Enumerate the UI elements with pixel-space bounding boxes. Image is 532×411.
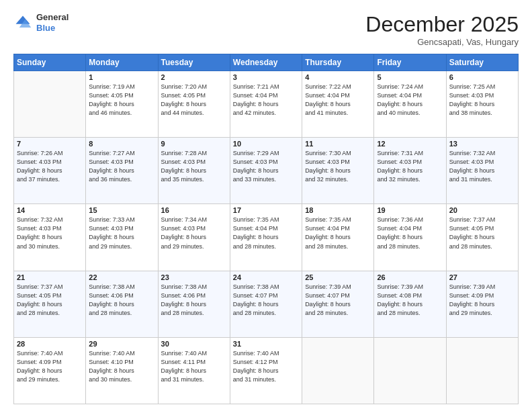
calendar-week-1: 1Sunrise: 7:19 AM Sunset: 4:05 PM Daylig… [14,71,519,138]
day-info: Sunrise: 7:40 AM Sunset: 4:12 PM Dayligh… [233,349,299,384]
logo: General Blue [13,12,69,33]
table-row: 16Sunrise: 7:34 AM Sunset: 4:03 PM Dayli… [158,204,230,271]
day-info: Sunrise: 7:39 AM Sunset: 4:09 PM Dayligh… [449,283,515,318]
day-number: 7 [17,140,83,148]
calendar-week-3: 14Sunrise: 7:32 AM Sunset: 4:03 PM Dayli… [14,204,519,271]
title-block: December 2025 Gencsapati, Vas, Hungary [365,12,519,47]
col-saturday: Saturday [446,54,518,71]
day-number: 2 [161,73,227,81]
day-number: 18 [305,206,371,214]
table-row: 21Sunrise: 7:37 AM Sunset: 4:05 PM Dayli… [14,271,86,337]
col-wednesday: Wednesday [230,54,302,71]
day-info: Sunrise: 7:30 AM Sunset: 4:03 PM Dayligh… [305,149,371,184]
col-friday: Friday [374,54,446,71]
day-info: Sunrise: 7:28 AM Sunset: 4:03 PM Dayligh… [161,149,227,184]
day-number: 29 [89,340,154,348]
table-row: 14Sunrise: 7:32 AM Sunset: 4:03 PM Dayli… [14,204,86,271]
day-number: 20 [449,206,515,214]
logo-icon [13,13,32,32]
table-row: 20Sunrise: 7:37 AM Sunset: 4:05 PM Dayli… [446,204,518,271]
table-row: 31Sunrise: 7:40 AM Sunset: 4:12 PM Dayli… [230,337,302,404]
day-info: Sunrise: 7:36 AM Sunset: 4:04 PM Dayligh… [377,216,443,250]
col-monday: Monday [86,54,158,71]
location-subtitle: Gencsapati, Vas, Hungary [365,37,519,47]
day-info: Sunrise: 7:37 AM Sunset: 4:05 PM Dayligh… [449,216,515,250]
table-row [302,337,374,404]
table-row [374,337,446,404]
table-row: 19Sunrise: 7:36 AM Sunset: 4:04 PM Dayli… [374,204,446,271]
table-row: 26Sunrise: 7:39 AM Sunset: 4:08 PM Dayli… [374,271,446,337]
day-info: Sunrise: 7:38 AM Sunset: 4:06 PM Dayligh… [161,283,227,318]
day-info: Sunrise: 7:39 AM Sunset: 4:07 PM Dayligh… [305,283,371,318]
day-info: Sunrise: 7:32 AM Sunset: 4:03 PM Dayligh… [449,149,515,184]
day-info: Sunrise: 7:38 AM Sunset: 4:06 PM Dayligh… [89,283,154,318]
day-number: 12 [377,140,443,148]
table-row: 12Sunrise: 7:31 AM Sunset: 4:03 PM Dayli… [374,138,446,204]
day-info: Sunrise: 7:31 AM Sunset: 4:03 PM Dayligh… [377,149,443,184]
day-number: 19 [377,206,443,214]
day-number: 30 [161,340,227,348]
table-row: 8Sunrise: 7:27 AM Sunset: 4:03 PM Daylig… [86,138,158,204]
col-thursday: Thursday [302,54,374,71]
page: General Blue December 2025 Gencsapati, V… [0,0,532,411]
day-number: 22 [89,273,154,281]
day-number: 6 [449,73,515,81]
day-info: Sunrise: 7:39 AM Sunset: 4:08 PM Dayligh… [377,283,443,318]
day-number: 27 [449,273,515,281]
table-row: 1Sunrise: 7:19 AM Sunset: 4:05 PM Daylig… [86,71,158,138]
table-row: 9Sunrise: 7:28 AM Sunset: 4:03 PM Daylig… [158,138,230,204]
table-row: 2Sunrise: 7:20 AM Sunset: 4:05 PM Daylig… [158,71,230,138]
table-row: 10Sunrise: 7:29 AM Sunset: 4:03 PM Dayli… [230,138,302,204]
table-row: 5Sunrise: 7:24 AM Sunset: 4:04 PM Daylig… [374,71,446,138]
table-row: 23Sunrise: 7:38 AM Sunset: 4:06 PM Dayli… [158,271,230,337]
table-row: 4Sunrise: 7:22 AM Sunset: 4:04 PM Daylig… [302,71,374,138]
table-row [446,337,518,404]
day-info: Sunrise: 7:35 AM Sunset: 4:04 PM Dayligh… [233,216,299,250]
calendar-header-row: Sunday Monday Tuesday Wednesday Thursday… [14,54,519,71]
day-info: Sunrise: 7:25 AM Sunset: 4:03 PM Dayligh… [449,83,515,118]
day-number: 9 [161,140,227,148]
table-row [14,71,86,138]
calendar-week-5: 28Sunrise: 7:40 AM Sunset: 4:09 PM Dayli… [14,337,519,404]
day-number: 16 [161,206,227,214]
day-info: Sunrise: 7:40 AM Sunset: 4:11 PM Dayligh… [161,349,227,384]
day-info: Sunrise: 7:32 AM Sunset: 4:03 PM Dayligh… [17,216,83,250]
day-number: 25 [305,273,371,281]
day-info: Sunrise: 7:22 AM Sunset: 4:04 PM Dayligh… [305,83,371,118]
month-title: December 2025 [365,12,519,37]
day-number: 13 [449,140,515,148]
day-number: 11 [305,140,371,148]
day-number: 31 [233,340,299,348]
day-number: 10 [233,140,299,148]
day-number: 15 [89,206,154,214]
day-info: Sunrise: 7:20 AM Sunset: 4:05 PM Dayligh… [161,83,227,118]
logo-general: General [36,12,69,23]
day-number: 8 [89,140,154,148]
col-sunday: Sunday [14,54,86,71]
day-info: Sunrise: 7:35 AM Sunset: 4:04 PM Dayligh… [305,216,371,250]
logo-text: General Blue [36,12,69,33]
col-tuesday: Tuesday [158,54,230,71]
day-info: Sunrise: 7:27 AM Sunset: 4:03 PM Dayligh… [89,149,154,184]
table-row: 13Sunrise: 7:32 AM Sunset: 4:03 PM Dayli… [446,138,518,204]
day-info: Sunrise: 7:29 AM Sunset: 4:03 PM Dayligh… [233,149,299,184]
day-info: Sunrise: 7:24 AM Sunset: 4:04 PM Dayligh… [377,83,443,118]
table-row: 25Sunrise: 7:39 AM Sunset: 4:07 PM Dayli… [302,271,374,337]
table-row: 17Sunrise: 7:35 AM Sunset: 4:04 PM Dayli… [230,204,302,271]
table-row: 18Sunrise: 7:35 AM Sunset: 4:04 PM Dayli… [302,204,374,271]
table-row: 28Sunrise: 7:40 AM Sunset: 4:09 PM Dayli… [14,337,86,404]
calendar-table: Sunday Monday Tuesday Wednesday Thursday… [13,54,519,404]
logo-blue: Blue [36,23,69,34]
table-row: 7Sunrise: 7:26 AM Sunset: 4:03 PM Daylig… [14,138,86,204]
day-number: 17 [233,206,299,214]
day-number: 28 [17,340,83,348]
day-info: Sunrise: 7:19 AM Sunset: 4:05 PM Dayligh… [89,83,154,118]
calendar-week-2: 7Sunrise: 7:26 AM Sunset: 4:03 PM Daylig… [14,138,519,204]
table-row: 11Sunrise: 7:30 AM Sunset: 4:03 PM Dayli… [302,138,374,204]
day-number: 3 [233,73,299,81]
day-number: 24 [233,273,299,281]
day-info: Sunrise: 7:26 AM Sunset: 4:03 PM Dayligh… [17,149,83,184]
table-row: 30Sunrise: 7:40 AM Sunset: 4:11 PM Dayli… [158,337,230,404]
table-row: 15Sunrise: 7:33 AM Sunset: 4:03 PM Dayli… [86,204,158,271]
day-info: Sunrise: 7:34 AM Sunset: 4:03 PM Dayligh… [161,216,227,250]
